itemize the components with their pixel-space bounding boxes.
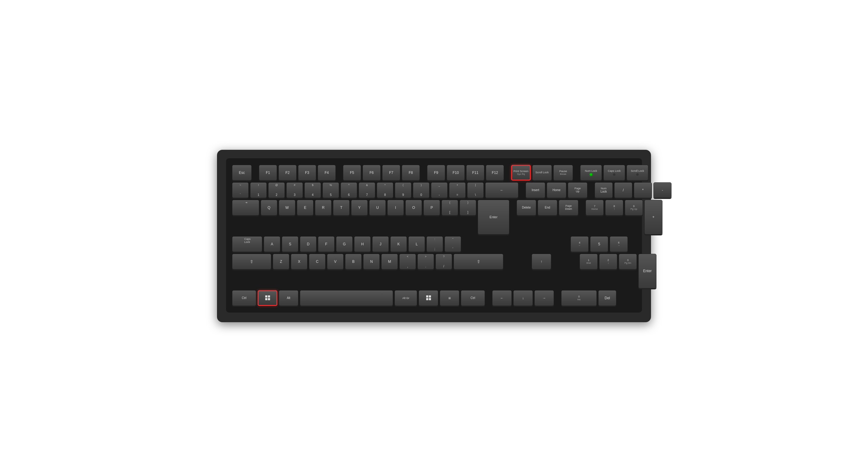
- key-num7[interactable]: 7 Home: [586, 200, 604, 216]
- key-enter[interactable]: Enter: [478, 200, 509, 234]
- key-num1[interactable]: 1 End: [580, 254, 598, 270]
- key-minus[interactable]: _ -: [431, 182, 447, 198]
- key-num8[interactable]: 8 ↑: [605, 200, 623, 216]
- key-tilde[interactable]: ~ `: [232, 182, 249, 198]
- key-delete[interactable]: Delete: [517, 200, 536, 216]
- key-period[interactable]: > .: [417, 254, 434, 270]
- key-ralt[interactable]: Alt Gr: [395, 290, 417, 306]
- key-f6[interactable]: F6: [363, 165, 381, 181]
- key-caps-lock-indicator[interactable]: Caps Lock: [603, 165, 625, 181]
- key-equals[interactable]: + =: [449, 182, 466, 198]
- key-w[interactable]: W: [279, 200, 296, 216]
- key-e[interactable]: E: [297, 200, 313, 216]
- key-num-enter[interactable]: Enter: [638, 254, 656, 288]
- key-num-dot[interactable]: Del: [598, 290, 616, 306]
- key-7[interactable]: & 7: [359, 182, 375, 198]
- key-l[interactable]: L: [408, 236, 425, 252]
- key-f10[interactable]: F10: [447, 165, 465, 181]
- key-f5[interactable]: F5: [343, 165, 361, 181]
- key-k[interactable]: K: [390, 236, 407, 252]
- key-num-plus[interactable]: +: [644, 200, 662, 234]
- key-5[interactable]: % 5: [322, 182, 339, 198]
- key-lalt[interactable]: Alt: [279, 290, 299, 306]
- key-rbracket[interactable]: } ]: [460, 200, 476, 216]
- key-arr-left[interactable]: ←: [492, 290, 512, 306]
- key-num3[interactable]: 3 Pg Dn: [619, 254, 637, 270]
- key-pageup[interactable]: Page Up: [568, 182, 587, 198]
- key-f[interactable]: F: [318, 236, 335, 252]
- key-print-screen[interactable]: Print Screen Sys Rq: [511, 165, 531, 181]
- key-f3[interactable]: F3: [298, 165, 316, 181]
- key-9[interactable]: ( 9: [395, 182, 411, 198]
- key-i[interactable]: I: [387, 200, 404, 216]
- key-y[interactable]: Y: [351, 200, 368, 216]
- key-arr-down[interactable]: ↓: [513, 290, 533, 306]
- key-insert[interactable]: Insert: [526, 182, 545, 198]
- key-num2[interactable]: 2 ↓: [599, 254, 617, 270]
- key-1[interactable]: ! 1: [250, 182, 267, 198]
- key-6[interactable]: ^ 6: [341, 182, 357, 198]
- key-rctrl[interactable]: Ctrl: [461, 290, 485, 306]
- key-lctrl[interactable]: Ctrl: [232, 290, 256, 306]
- key-b[interactable]: B: [345, 254, 362, 270]
- key-pause[interactable]: Pause Break: [553, 165, 573, 181]
- key-t[interactable]: T: [333, 200, 350, 216]
- key-f4[interactable]: F4: [318, 165, 336, 181]
- key-o[interactable]: O: [405, 200, 422, 216]
- key-num-slash[interactable]: /: [614, 182, 632, 198]
- key-u[interactable]: U: [369, 200, 386, 216]
- key-num0[interactable]: 0 Ins: [561, 290, 597, 306]
- key-lbracket[interactable]: { [: [441, 200, 458, 216]
- key-c[interactable]: C: [309, 254, 326, 270]
- key-num6[interactable]: 6 →: [610, 236, 628, 252]
- key-end[interactable]: End: [538, 200, 557, 216]
- key-pagedown[interactable]: Page Down: [559, 200, 578, 216]
- key-home[interactable]: Home: [547, 182, 566, 198]
- key-p[interactable]: P: [424, 200, 440, 216]
- key-arr-up[interactable]: ↑: [532, 254, 551, 270]
- key-quote[interactable]: " ': [444, 236, 461, 252]
- key-rwin[interactable]: [418, 290, 438, 306]
- key-f7[interactable]: F7: [382, 165, 400, 181]
- key-4[interactable]: $ 4: [304, 182, 321, 198]
- key-f1[interactable]: F1: [259, 165, 277, 181]
- key-q[interactable]: Q: [261, 200, 277, 216]
- key-capslock[interactable]: CapsLock: [232, 236, 262, 252]
- key-f2[interactable]: F2: [278, 165, 297, 181]
- key-arr-right[interactable]: →: [534, 290, 554, 306]
- key-lwin[interactable]: [258, 290, 277, 306]
- key-8[interactable]: * 8: [377, 182, 393, 198]
- key-num-lock-indicator[interactable]: Num Lock: [580, 165, 602, 181]
- key-menu[interactable]: ≡: [440, 290, 459, 306]
- key-scroll-lock-indicator[interactable]: Scroll Lock: [627, 165, 648, 181]
- key-h[interactable]: H: [354, 236, 371, 252]
- key-x[interactable]: X: [291, 254, 307, 270]
- key-num9[interactable]: 9 Pg Up: [625, 200, 643, 216]
- key-f9[interactable]: F9: [427, 165, 445, 181]
- key-tab[interactable]: ⇥: [232, 200, 259, 216]
- key-z[interactable]: Z: [273, 254, 289, 270]
- key-d[interactable]: D: [300, 236, 316, 252]
- key-lshift[interactable]: ⇧: [232, 254, 271, 270]
- key-numlock[interactable]: Num Lock: [595, 182, 613, 198]
- key-g[interactable]: G: [336, 236, 352, 252]
- key-r[interactable]: R: [315, 200, 332, 216]
- key-m[interactable]: M: [381, 254, 398, 270]
- key-f8[interactable]: F8: [402, 165, 420, 181]
- key-s[interactable]: S: [282, 236, 299, 252]
- key-esc[interactable]: Esc: [232, 165, 252, 181]
- key-num4[interactable]: 4 ←: [570, 236, 589, 252]
- key-v[interactable]: V: [327, 254, 344, 270]
- key-slash[interactable]: ? /: [435, 254, 452, 270]
- key-n[interactable]: N: [363, 254, 380, 270]
- key-num-minus[interactable]: -: [653, 182, 672, 198]
- key-backspace[interactable]: ←: [485, 182, 518, 198]
- key-j[interactable]: J: [372, 236, 389, 252]
- key-f11[interactable]: F11: [466, 165, 484, 181]
- key-a[interactable]: A: [264, 236, 280, 252]
- key-space[interactable]: [300, 290, 393, 306]
- key-comma[interactable]: < ,: [399, 254, 416, 270]
- key-num5[interactable]: 5: [590, 236, 608, 252]
- key-num-star[interactable]: *: [634, 182, 652, 198]
- key-rshift[interactable]: ⇧: [454, 254, 503, 270]
